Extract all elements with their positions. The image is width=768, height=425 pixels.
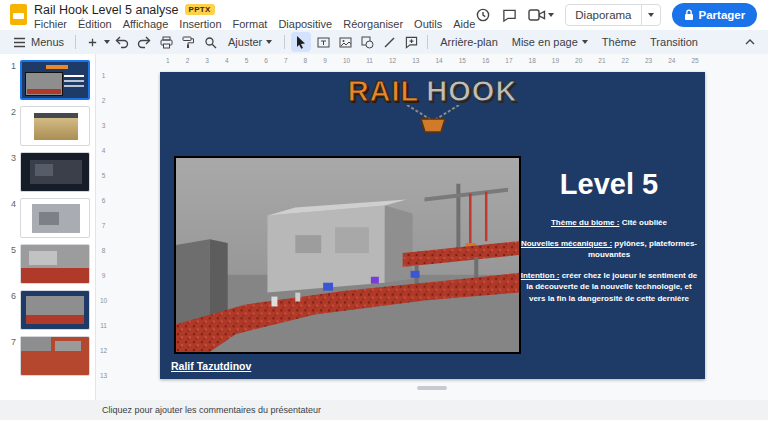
ruler-number: 1 bbox=[102, 72, 106, 79]
horizontal-ruler: 1234567891011121314151617181920212223242… bbox=[160, 57, 705, 64]
new-slide-button[interactable] bbox=[82, 32, 102, 52]
ruler-number: 10 bbox=[100, 297, 107, 304]
toolbar: Menus Ajuster Arrière-plan bbox=[0, 30, 768, 54]
menu-aide[interactable]: Aide bbox=[453, 18, 475, 30]
filmstrip-row: 7 bbox=[2, 336, 95, 376]
filmstrip: 1 2 3 4 5 bbox=[0, 54, 96, 400]
menu-outils[interactable]: Outils bbox=[414, 18, 442, 30]
new-slide-caret-icon[interactable] bbox=[104, 40, 110, 44]
speaker-notes[interactable]: Cliquez pour ajouter les commentaires du… bbox=[0, 400, 768, 420]
lock-icon bbox=[684, 9, 694, 21]
ruler-number: 12 bbox=[100, 347, 107, 354]
text-box-icon[interactable] bbox=[313, 32, 333, 52]
thumb-art bbox=[29, 251, 57, 265]
menu-fichier[interactable]: Fichier bbox=[34, 18, 67, 30]
slide-thumbnail-2[interactable] bbox=[20, 106, 90, 146]
slides-app-icon[interactable] bbox=[10, 4, 27, 25]
pptx-badge: PPTX bbox=[185, 4, 215, 15]
slide-thumbnail-1[interactable] bbox=[20, 60, 90, 100]
collapse-toolbar-icon[interactable] bbox=[740, 37, 760, 47]
notes-placeholder: Cliquez pour ajouter les commentaires du… bbox=[102, 405, 321, 415]
slide-thumbnail-6[interactable] bbox=[20, 290, 90, 330]
hook-icon bbox=[401, 105, 465, 133]
slide-thumbnail-4[interactable] bbox=[20, 198, 90, 238]
filmstrip-row: 1 bbox=[2, 60, 95, 100]
comment-icon[interactable] bbox=[502, 8, 517, 23]
ruler-number: 8 bbox=[304, 57, 308, 64]
insert-comment-icon[interactable] bbox=[401, 32, 421, 52]
zoom-fit-dropdown[interactable]: Ajuster bbox=[222, 32, 278, 52]
menu-format[interactable]: Format bbox=[233, 18, 268, 30]
paint-format-icon[interactable] bbox=[178, 32, 198, 52]
ruler-number: 19 bbox=[552, 57, 559, 64]
undo-icon[interactable] bbox=[112, 32, 132, 52]
theme-button[interactable]: Thème bbox=[596, 32, 642, 52]
version-history-icon[interactable] bbox=[475, 7, 491, 23]
share-button[interactable]: Partager bbox=[672, 3, 758, 27]
document-title[interactable]: Rail Hook Level 5 analyse bbox=[34, 3, 179, 17]
thumb-art bbox=[35, 164, 53, 176]
hamburger-icon bbox=[13, 37, 26, 48]
transition-button[interactable]: Transition bbox=[644, 32, 704, 52]
game-scene-image bbox=[176, 158, 519, 352]
ruler-number: 2 bbox=[186, 57, 190, 64]
diaporama-caret-icon[interactable] bbox=[642, 13, 660, 17]
menu-insertion[interactable]: Insertion bbox=[179, 18, 221, 30]
bullet-theme: Thème du biome : Cité oubliée bbox=[520, 217, 698, 229]
toolbar-separator bbox=[427, 35, 428, 49]
ruler-number: 13 bbox=[412, 57, 419, 64]
thumb-art bbox=[39, 212, 59, 225]
ruler-number: 16 bbox=[482, 57, 489, 64]
thumb-art bbox=[21, 268, 89, 283]
ruler-number: 25 bbox=[691, 57, 698, 64]
ruler-number: 4 bbox=[225, 57, 229, 64]
ruler-number: 1 bbox=[166, 57, 170, 64]
transition-label: Transition bbox=[650, 36, 698, 48]
railhook-logo[interactable]: RAILHOOK bbox=[160, 77, 705, 133]
zoom-fit-label: Ajuster bbox=[228, 36, 262, 48]
background-button[interactable]: Arrière-plan bbox=[434, 32, 503, 52]
filmstrip-row: 5 bbox=[2, 244, 95, 284]
meet-camera-icon[interactable] bbox=[528, 8, 554, 22]
camera-caret-icon bbox=[548, 13, 554, 17]
slide-thumbnail-5[interactable] bbox=[20, 244, 90, 284]
thumb-art bbox=[46, 65, 68, 69]
workarea: 1234567891011121314151617181920212223242… bbox=[96, 54, 768, 400]
layout-label: Mise en page bbox=[512, 36, 578, 48]
zoom-icon[interactable] bbox=[200, 32, 220, 52]
slide-number: 6 bbox=[2, 290, 16, 301]
ruler-number: 13 bbox=[100, 372, 107, 379]
menu-affichage[interactable]: Affichage bbox=[123, 18, 169, 30]
ruler-number: 24 bbox=[668, 57, 675, 64]
slide-thumbnail-7[interactable] bbox=[20, 336, 90, 376]
bullet-intention: Intention : créer chez le joueur le sent… bbox=[520, 270, 698, 305]
ruler-number: 3 bbox=[205, 57, 209, 64]
ruler-number: 22 bbox=[622, 57, 629, 64]
level-screenshot[interactable] bbox=[174, 156, 521, 354]
insert-image-icon[interactable] bbox=[335, 32, 355, 52]
print-icon[interactable] bbox=[156, 32, 176, 52]
menu-reorganiser[interactable]: Réorganiser bbox=[343, 18, 403, 30]
layout-dropdown[interactable]: Mise en page bbox=[506, 32, 594, 52]
slide-number: 4 bbox=[2, 198, 16, 209]
notes-resize-handle[interactable] bbox=[417, 386, 447, 390]
slide-thumbnail-3[interactable] bbox=[20, 152, 90, 192]
titlebar: Rail Hook Level 5 analyse PPTX Fichier É… bbox=[0, 0, 768, 30]
insert-shape-icon[interactable] bbox=[357, 32, 377, 52]
menu-diapositive[interactable]: Diapositive bbox=[278, 18, 332, 30]
share-label: Partager bbox=[699, 9, 746, 21]
ruler-number: 5 bbox=[245, 57, 249, 64]
menus-button[interactable]: Menus bbox=[8, 36, 69, 48]
slide-canvas[interactable]: RAILHOOK bbox=[160, 72, 705, 379]
redo-icon[interactable] bbox=[134, 32, 154, 52]
menu-edition[interactable]: Édition bbox=[78, 18, 112, 30]
slide-text-block[interactable]: Level 5 Thème du biome : Cité oubliée No… bbox=[520, 168, 698, 314]
canvas-region: 1 2 3 4 5 bbox=[0, 54, 768, 400]
layout-caret-icon bbox=[582, 40, 588, 44]
diaporama-button[interactable]: Diaporama bbox=[565, 4, 660, 26]
ruler-number: 6 bbox=[102, 197, 106, 204]
author-name[interactable]: Ralif Tazutdinov bbox=[171, 360, 251, 372]
thumb-art bbox=[64, 75, 84, 77]
insert-line-icon[interactable] bbox=[379, 32, 399, 52]
select-tool-icon[interactable] bbox=[291, 32, 311, 52]
